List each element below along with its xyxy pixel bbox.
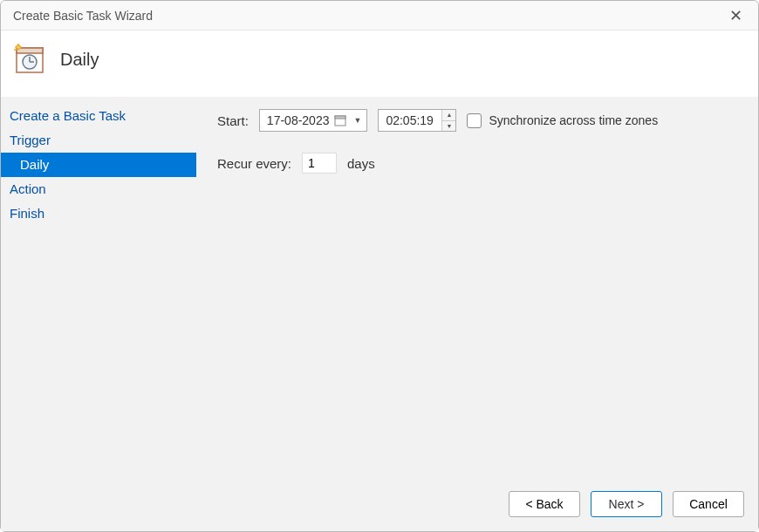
start-date-value: 17-08-2023: [267, 113, 330, 127]
checkbox-icon: [467, 113, 482, 128]
svg-rect-1: [17, 48, 43, 53]
start-date-picker[interactable]: 17-08-2023 ▼: [259, 109, 368, 132]
cancel-button[interactable]: Cancel: [673, 491, 744, 517]
body: Create a Basic TaskTriggerDailyActionFin…: [1, 97, 758, 481]
calendar-icon: [334, 114, 346, 126]
sync-label: Synchronize across time zones: [489, 113, 658, 127]
sidebar-item-trigger[interactable]: Trigger: [1, 128, 196, 153]
sidebar-item-create-a-basic-task[interactable]: Create a Basic Task: [1, 104, 196, 128]
start-time-value: 02:05:19: [379, 110, 441, 131]
header: Daily: [1, 31, 758, 97]
sidebar-item-finish[interactable]: Finish: [1, 201, 196, 226]
recur-row: Recur every: days: [217, 153, 737, 174]
window-title: Create Basic Task Wizard: [13, 9, 153, 23]
svg-rect-6: [335, 116, 345, 119]
start-row: Start: 17-08-2023 ▼ 02:05:19 ▲ ▼: [217, 109, 737, 132]
start-time-picker[interactable]: 02:05:19 ▲ ▼: [378, 109, 456, 132]
footer: < Back Next > Cancel: [1, 481, 758, 531]
time-spinner: ▲ ▼: [441, 110, 455, 131]
start-label: Start:: [217, 113, 249, 128]
recur-label: Recur every:: [217, 156, 291, 171]
titlebar: Create Basic Task Wizard ✕: [1, 1, 758, 31]
chevron-down-icon: ▼: [352, 116, 363, 125]
sidebar-item-daily[interactable]: Daily: [1, 153, 196, 177]
page-title: Daily: [60, 50, 99, 70]
back-button[interactable]: < Back: [509, 491, 580, 517]
sidebar-item-action[interactable]: Action: [1, 177, 196, 201]
sync-timezones-checkbox[interactable]: Synchronize across time zones: [467, 113, 658, 128]
spinner-down-icon[interactable]: ▼: [442, 121, 455, 132]
recur-unit-label: days: [347, 156, 375, 171]
spinner-up-icon[interactable]: ▲: [442, 110, 455, 121]
calendar-clock-icon: [13, 43, 46, 76]
close-icon[interactable]: ✕: [725, 6, 746, 25]
recur-every-input[interactable]: [302, 153, 337, 174]
next-button[interactable]: Next >: [591, 491, 662, 517]
content-area: Start: 17-08-2023 ▼ 02:05:19 ▲ ▼: [196, 97, 758, 481]
wizard-window: Create Basic Task Wizard ✕ Daily Create …: [0, 0, 759, 532]
sidebar: Create a Basic TaskTriggerDailyActionFin…: [1, 97, 196, 481]
